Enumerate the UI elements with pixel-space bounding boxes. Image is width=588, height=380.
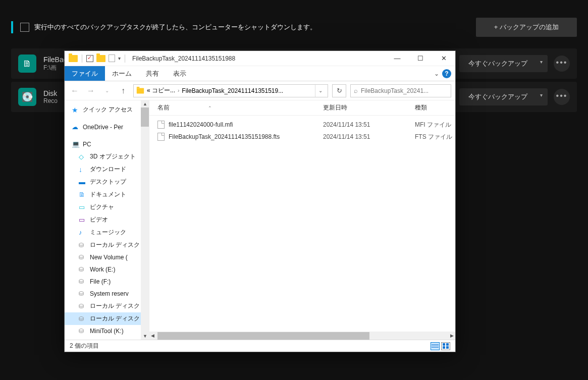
sidebar-item-disk[interactable]: ⛁MiniTool (K:) — [65, 325, 149, 337]
sidebar-item-disk[interactable]: ⛁File (F:) — [65, 276, 149, 288]
sidebar-item-3d[interactable]: ◇3D オブジェクト — [65, 150, 149, 163]
search-icon: ⌕ — [354, 87, 358, 94]
separator — [82, 55, 82, 63]
file-row[interactable]: file11142024000-full.mfi 2024/11/14 13:5… — [149, 119, 455, 131]
column-header-date[interactable]: 更新日時 — [323, 103, 415, 112]
tab-view[interactable]: 表示 — [166, 66, 193, 81]
sort-indicator-icon: ⌃ — [208, 105, 212, 111]
scroll-left-icon[interactable]: ◀ — [151, 333, 154, 338]
sidebar-item-music[interactable]: ♪ミュージック — [65, 226, 149, 239]
ribbon-tabs: ファイル ホーム 共有 表示 ⌄ ? — [65, 66, 455, 81]
file-name: file11142024000-full.mfi — [169, 121, 233, 128]
address-bar-row: ← → ⌄ ↑ « コピー... › FileBackupTask_202411… — [65, 81, 455, 100]
sidebar-item-quick-access[interactable]: ★クイック アクセス — [65, 103, 149, 116]
sidebar-item-downloads[interactable]: ↓ダウンロード — [65, 163, 149, 176]
task-more-button[interactable]: ••• — [554, 89, 570, 105]
maximize-button[interactable]: ☐ — [409, 51, 432, 66]
scroll-up-icon[interactable]: ▲ — [143, 101, 147, 106]
sidebar-item-onedrive[interactable]: ☁OneDrive - Per — [65, 121, 149, 133]
sidebar-item-disk[interactable]: ⛁Work (E:) — [65, 263, 149, 276]
sidebar-item-desktop[interactable]: ▬デスクトップ — [65, 176, 149, 188]
nav-back-button[interactable]: ← — [69, 85, 81, 97]
task-icon: 💽 — [18, 88, 36, 106]
add-backup-button[interactable]: + バックアップの追加 — [476, 18, 577, 37]
close-button[interactable]: ✕ — [432, 51, 455, 66]
navigation-pane[interactable]: ★クイック アクセス ☁OneDrive - Per 💻PC ◇3D オブジェク… — [65, 100, 149, 340]
folder-icon — [137, 88, 144, 93]
sidebar-item-disk[interactable]: ⛁ローカル ディスク — [65, 239, 149, 251]
refresh-button[interactable]: ↻ — [332, 84, 346, 97]
file-type: FTS ファイル — [415, 133, 455, 141]
nav-up-button[interactable]: ↑ — [117, 85, 129, 97]
checkbox-qat-icon[interactable] — [86, 55, 93, 62]
address-bar[interactable]: « コピー... › FileBackupTask_20241114135151… — [133, 84, 328, 97]
scrollbar-thumb[interactable] — [157, 332, 369, 340]
ribbon-collapse-icon[interactable]: ⌄ — [431, 70, 442, 77]
folder-icon — [69, 55, 78, 62]
accent-bar — [11, 21, 13, 33]
column-header-name[interactable]: 名前⌃ — [157, 103, 323, 112]
scroll-right-icon[interactable]: ▶ — [450, 333, 454, 338]
scrollbar-thumb[interactable] — [141, 107, 149, 127]
horizontal-scrollbar[interactable]: ◀ ▶ — [149, 332, 455, 340]
file-date: 2024/11/14 13:51 — [323, 121, 415, 128]
sidebar-item-documents[interactable]: 🗎ドキュメント — [65, 188, 149, 201]
titlebar[interactable]: ▾ FileBackupTask_20241114135151988 — ☐ ✕ — [65, 51, 455, 66]
file-type: MFI ファイル — [415, 121, 455, 129]
file-row[interactable]: FileBackupTask_20241114135151988.fts 202… — [149, 131, 455, 143]
minimize-button[interactable]: — — [386, 51, 409, 66]
nav-forward-button[interactable]: → — [85, 85, 97, 97]
task-icon: 🗎 — [18, 55, 36, 73]
backup-now-button[interactable]: 今すぐバックアップ — [459, 88, 548, 105]
file-icon — [157, 133, 165, 141]
backup-topbar: 実行中のすべてのバックアップタスクが終了したら、コンピューターをシャットダウンし… — [0, 15, 588, 39]
backup-now-button[interactable]: 今すぐバックアップ — [459, 55, 548, 72]
folder-icon — [96, 55, 105, 62]
sidebar-item-disk[interactable]: ⛁New Volume ( — [65, 251, 149, 263]
separator — [125, 55, 125, 63]
nav-recent-button[interactable]: ⌄ — [101, 85, 113, 97]
view-details-button[interactable] — [431, 342, 440, 350]
file-icon — [157, 121, 165, 129]
breadcrumb-segment[interactable]: « コピー... — [145, 86, 177, 95]
search-placeholder: FileBackupTask_20241... — [361, 87, 429, 94]
shutdown-checkbox[interactable] — [20, 23, 29, 32]
file-date: 2024/11/14 13:51 — [323, 133, 415, 140]
column-headers: 名前⌃ 更新日時 種類 — [149, 100, 455, 116]
file-qat-icon[interactable] — [109, 55, 115, 62]
shutdown-label: 実行中のすべてのバックアップタスクが終了したら、コンピューターをシャットダウンし… — [34, 23, 476, 32]
sidebar-item-pc[interactable]: 💻PC — [65, 138, 149, 150]
sidebar-item-disk[interactable]: ⛁ローカル ディスク — [65, 312, 149, 325]
view-icons-button[interactable] — [441, 342, 450, 350]
sidebar-item-videos[interactable]: ▭ビデオ — [65, 213, 149, 226]
help-icon[interactable]: ? — [442, 69, 451, 78]
window-title: FileBackupTask_20241114135151988 — [130, 55, 386, 62]
task-more-button[interactable]: ••• — [554, 56, 570, 72]
sidebar-item-disk[interactable]: ⛁System reserv — [65, 288, 149, 300]
explorer-window: ▾ FileBackupTask_20241114135151988 — ☐ ✕… — [64, 50, 456, 352]
tab-file[interactable]: ファイル — [65, 66, 105, 81]
tab-home[interactable]: ホーム — [105, 66, 139, 81]
tab-share[interactable]: 共有 — [139, 66, 166, 81]
status-bar: 2 個の項目 — [65, 340, 455, 352]
file-name: FileBackupTask_20241114135151988.fts — [169, 133, 280, 140]
file-list[interactable]: file11142024000-full.mfi 2024/11/14 13:5… — [149, 116, 455, 332]
column-header-type[interactable]: 種類 — [415, 103, 455, 112]
file-list-pane: 名前⌃ 更新日時 種類 file11142024000-full.mfi 202… — [149, 100, 455, 340]
search-input[interactable]: ⌕ FileBackupTask_20241... — [350, 84, 451, 97]
sidebar-scrollbar[interactable]: ▲ ▼ — [141, 100, 149, 340]
sidebar-item-disk[interactable]: ⛁ローカル ディスク — [65, 300, 149, 312]
scroll-down-icon[interactable]: ▼ — [143, 334, 147, 339]
breadcrumb-segment[interactable]: FileBackupTask_202411141351519... — [180, 87, 285, 94]
address-dropdown-icon[interactable]: ⌄ — [315, 85, 326, 97]
status-item-count: 2 個の項目 — [70, 342, 99, 350]
sidebar-item-pictures[interactable]: ▭ピクチャ — [65, 201, 149, 213]
